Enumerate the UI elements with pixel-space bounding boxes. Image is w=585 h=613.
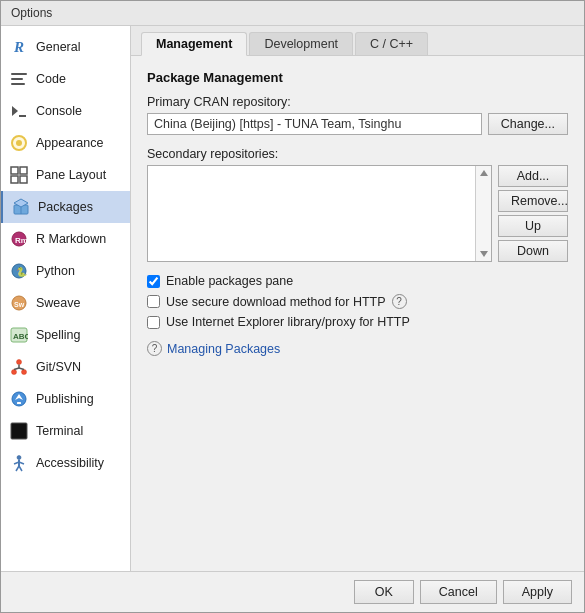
appearance-icon <box>9 133 29 153</box>
svg-text:Rmd: Rmd <box>15 236 28 245</box>
sidebar-label-git-svn: Git/SVN <box>36 360 81 374</box>
console-icon <box>9 101 29 121</box>
repos-buttons: Add... Remove... Up Down <box>498 165 568 262</box>
svg-marker-3 <box>12 106 18 116</box>
packages-icon <box>11 197 31 217</box>
checkbox-row-enable-packages: Enable packages pane <box>147 274 568 288</box>
tab-c-cpp[interactable]: C / C++ <box>355 32 428 55</box>
svg-rect-2 <box>11 83 25 85</box>
options-dialog: Options R General Code Console <box>0 0 585 613</box>
svg-rect-9 <box>11 176 18 183</box>
svg-line-27 <box>19 368 24 370</box>
sweave-icon: Sw <box>9 293 29 313</box>
sidebar-label-publishing: Publishing <box>36 392 94 406</box>
general-icon: R <box>9 37 29 57</box>
spelling-icon: ABC <box>9 325 29 345</box>
secure-download-checkbox[interactable] <box>147 295 160 308</box>
cran-row: Change... <box>147 113 568 135</box>
svg-text:🐍: 🐍 <box>16 266 28 278</box>
svg-line-36 <box>16 466 19 471</box>
internet-explorer-checkbox[interactable] <box>147 316 160 329</box>
pane-layout-icon <box>9 165 29 185</box>
sidebar-item-terminal[interactable]: Terminal <box>1 415 130 447</box>
sidebar-item-r-markdown[interactable]: Rmd R Markdown <box>1 223 130 255</box>
dialog-title: Options <box>1 1 584 26</box>
publishing-icon <box>9 389 29 409</box>
secure-download-help-icon[interactable]: ? <box>392 294 407 309</box>
svg-point-32 <box>17 456 21 460</box>
scrollbar-up-arrow <box>480 170 488 176</box>
ok-button[interactable]: OK <box>354 580 414 604</box>
sidebar: R General Code Console Appe <box>1 26 131 571</box>
enable-packages-checkbox[interactable] <box>147 275 160 288</box>
svg-rect-7 <box>11 167 18 174</box>
r-markdown-icon: Rmd <box>9 229 29 249</box>
tab-content-management: Package Management Primary CRAN reposito… <box>131 56 584 571</box>
sidebar-label-r-markdown: R Markdown <box>36 232 106 246</box>
repos-list[interactable] <box>148 166 475 246</box>
sidebar-item-packages[interactable]: Packages <box>1 191 130 223</box>
svg-point-6 <box>16 140 22 146</box>
down-button[interactable]: Down <box>498 240 568 262</box>
tab-management[interactable]: Management <box>141 32 247 56</box>
sidebar-item-publishing[interactable]: Publishing <box>1 383 130 415</box>
apply-button[interactable]: Apply <box>503 580 572 604</box>
sidebar-item-python[interactable]: 🐍 Python <box>1 255 130 287</box>
sidebar-label-general: General <box>36 40 80 54</box>
svg-text:ABC: ABC <box>13 332 28 341</box>
remove-button[interactable]: Remove... <box>498 190 568 212</box>
git-svn-icon <box>9 357 29 377</box>
repos-area: Add... Remove... Up Down <box>147 165 568 262</box>
sidebar-label-spelling: Spelling <box>36 328 80 342</box>
python-icon: 🐍 <box>9 261 29 281</box>
managing-packages-text: Managing Packages <box>167 342 280 356</box>
add-button[interactable]: Add... <box>498 165 568 187</box>
accessibility-icon <box>9 453 29 473</box>
cancel-button[interactable]: Cancel <box>420 580 497 604</box>
sidebar-label-pane-layout: Pane Layout <box>36 168 106 182</box>
sidebar-item-sweave[interactable]: Sw Sweave <box>1 287 130 319</box>
svg-rect-10 <box>20 176 27 183</box>
svg-rect-30 <box>17 402 21 404</box>
sidebar-label-sweave: Sweave <box>36 296 80 310</box>
sidebar-label-packages: Packages <box>38 200 93 214</box>
checkbox-row-secure-download: Use secure download method for HTTP ? <box>147 294 568 309</box>
sidebar-item-general[interactable]: R General <box>1 31 130 63</box>
sidebar-item-code[interactable]: Code <box>1 63 130 95</box>
section-title: Package Management <box>147 70 568 85</box>
internet-explorer-label: Use Internet Explorer library/proxy for … <box>166 315 410 329</box>
cran-label: Primary CRAN repository: <box>147 95 568 109</box>
change-button[interactable]: Change... <box>488 113 568 135</box>
managing-packages-link[interactable]: ? Managing Packages <box>147 341 568 356</box>
sidebar-item-spelling[interactable]: ABC Spelling <box>1 319 130 351</box>
secondary-repos-label: Secondary repositories: <box>147 147 568 161</box>
tab-bar: Management Development C / C++ <box>131 26 584 56</box>
dialog-footer: OK Cancel Apply <box>1 571 584 612</box>
code-icon <box>9 69 29 89</box>
svg-point-23 <box>12 370 17 375</box>
sidebar-label-code: Code <box>36 72 66 86</box>
sidebar-item-accessibility[interactable]: Accessibility <box>1 447 130 479</box>
scrollbar-down-arrow <box>480 251 488 257</box>
dialog-body: R General Code Console Appe <box>1 26 584 571</box>
svg-rect-0 <box>11 73 27 75</box>
cran-input[interactable] <box>147 113 482 135</box>
sidebar-item-appearance[interactable]: Appearance <box>1 127 130 159</box>
tab-development[interactable]: Development <box>249 32 353 55</box>
secure-download-label: Use secure download method for HTTP <box>166 295 386 309</box>
sidebar-label-python: Python <box>36 264 75 278</box>
svg-rect-1 <box>11 78 23 80</box>
checkbox-row-internet-explorer: Use Internet Explorer library/proxy for … <box>147 315 568 329</box>
sidebar-item-console[interactable]: Console <box>1 95 130 127</box>
sidebar-label-terminal: Terminal <box>36 424 83 438</box>
main-content: Management Development C / C++ Package M… <box>131 26 584 571</box>
svg-text:Sw: Sw <box>14 301 25 308</box>
up-button[interactable]: Up <box>498 215 568 237</box>
managing-help-icon: ? <box>147 341 162 356</box>
sidebar-item-git-svn[interactable]: Git/SVN <box>1 351 130 383</box>
terminal-icon <box>9 421 29 441</box>
checkboxes: Enable packages pane Use secure download… <box>147 274 568 329</box>
sidebar-label-appearance: Appearance <box>36 136 103 150</box>
sidebar-label-console: Console <box>36 104 82 118</box>
sidebar-item-pane-layout[interactable]: Pane Layout <box>1 159 130 191</box>
